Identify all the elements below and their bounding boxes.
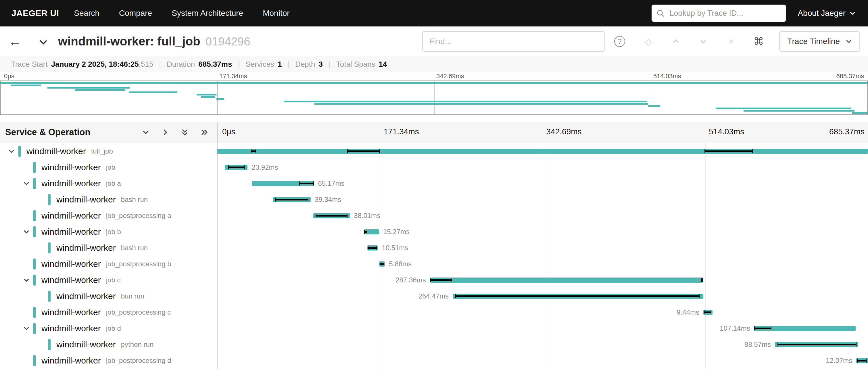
span-service-name: windmill-worker [56, 195, 116, 204]
prev-match-chevron-up-icon[interactable] [662, 38, 689, 45]
span-name-cell[interactable]: windmill-workerjob d [0, 320, 217, 337]
clear-find-x-icon[interactable]: × [717, 36, 745, 47]
collapse-all-double-chevron-down-icon[interactable] [181, 129, 188, 136]
summary-value: 3 [319, 60, 323, 69]
span-color-bar [48, 194, 51, 205]
minimap-span [284, 100, 647, 103]
span-color-bar [48, 339, 51, 350]
span-operation-name: job b [106, 228, 121, 236]
span-name-cell[interactable]: windmill-workerpython run [0, 337, 217, 352]
span-bar-cell[interactable]: 15.27ms [217, 224, 868, 240]
span-bar-cell[interactable]: 10.51ms [217, 240, 868, 256]
timeline-minimap[interactable] [0, 81, 868, 115]
trace-id-search-input[interactable] [668, 8, 781, 19]
span-name-cell[interactable]: windmill-workerbash run [0, 240, 217, 256]
span-collapse-chevron-icon[interactable] [20, 180, 33, 186]
expand-all-double-chevron-right-icon[interactable] [201, 129, 208, 136]
focus-matches-icon[interactable]: ◇ [634, 36, 662, 47]
span-bar-cell[interactable] [217, 143, 868, 159]
summary-value-suffix: .515 [139, 60, 153, 69]
span-name-cell[interactable]: windmill-workerfull_job [0, 143, 217, 159]
span-bar[interactable] [252, 181, 314, 186]
span-collapse-chevron-icon[interactable] [20, 229, 33, 235]
span-name-cell[interactable]: windmill-workerjob [0, 159, 217, 175]
span-bar-cell[interactable]: 23.92ms [217, 159, 868, 175]
span-service-name: windmill-worker [41, 227, 101, 237]
span-color-bar [33, 275, 36, 286]
span-name-cell[interactable]: windmill-workerjob_postprocessing b [0, 256, 217, 272]
keyboard-shortcuts-icon[interactable]: ⌘ [745, 35, 772, 48]
span-name-cell[interactable]: windmill-workerjob_postprocessing c [0, 304, 217, 320]
span-service-name: windmill-worker [41, 323, 101, 333]
span-bar-cell[interactable]: 9.44ms [217, 304, 868, 320]
span-service-name: windmill-worker [41, 179, 101, 189]
span-row: windmill-workerjob b15.27ms [0, 224, 868, 240]
nav-item-compare[interactable]: Compare [119, 9, 152, 18]
trace-header-chevron-icon[interactable] [39, 37, 48, 48]
span-operation-name: job_postprocessing d [106, 356, 171, 365]
span-bar-cell[interactable]: 12.07ms [217, 352, 868, 369]
span-collapse-chevron-icon[interactable] [5, 148, 19, 154]
span-bar[interactable] [453, 294, 703, 299]
trace-id-search[interactable] [652, 5, 786, 22]
separator: | [159, 60, 161, 69]
span-bar-cell[interactable]: 287.36ms [217, 272, 868, 288]
trace-view-selector[interactable]: Trace Timeline [779, 31, 860, 52]
span-bar[interactable] [367, 245, 378, 251]
span-row: windmill-workerjob_postprocessing c9.44m… [0, 304, 868, 320]
span-name-cell[interactable]: windmill-workerjob_postprocessing d [0, 352, 217, 369]
span-bar[interactable] [313, 213, 350, 218]
next-match-chevron-down-icon[interactable] [689, 38, 717, 45]
span-bar[interactable] [754, 326, 856, 331]
span-bar-cell[interactable]: 107.14ms [217, 320, 868, 337]
collapse-one-chevron-down-icon[interactable] [142, 129, 149, 136]
minimap-span [216, 98, 224, 100]
span-name-cell[interactable]: windmill-workerbun run [0, 288, 217, 304]
span-name-cell[interactable]: windmill-workerjob c [0, 272, 217, 288]
nav-item-search[interactable]: Search [74, 9, 99, 18]
span-name-cell[interactable]: windmill-workerbash run [0, 192, 217, 208]
span-bar-cell[interactable]: 88.57ms [217, 337, 868, 352]
span-bar[interactable] [775, 342, 858, 347]
span-row: windmill-workerjob_postprocessing b5.88m… [0, 256, 868, 272]
back-button[interactable]: ← [0, 34, 30, 49]
span-bar[interactable] [225, 165, 247, 170]
find-input[interactable] [422, 31, 605, 52]
about-jaeger-menu[interactable]: About Jaeger [798, 9, 855, 18]
critical-path-segment [364, 231, 367, 233]
span-name-cell[interactable]: windmill-workerjob_postprocessing a [0, 208, 217, 224]
span-row: windmill-workerjob d107.14ms [0, 320, 868, 337]
span-bar[interactable] [364, 229, 379, 234]
span-operation-name: job [106, 163, 115, 171]
span-bar[interactable] [703, 310, 713, 315]
critical-path-segment [380, 263, 384, 265]
span-name-cell[interactable]: windmill-workerjob b [0, 224, 217, 240]
help-icon[interactable]: ? [614, 36, 625, 47]
span-duration-label: 5.88ms [389, 260, 411, 268]
span-operation-name: job_postprocessing b [106, 260, 171, 268]
span-bar[interactable] [430, 278, 703, 283]
timeline-header: Service & Operation 0μs171.34ms342.69ms5… [0, 122, 868, 143]
minimap-gridline [217, 81, 218, 114]
span-name-cell[interactable]: windmill-workerjob a [0, 175, 217, 192]
span-duration-label: 65.17ms [318, 179, 344, 188]
span-bar[interactable] [273, 197, 311, 202]
expand-one-chevron-right-icon[interactable] [162, 129, 169, 136]
about-jaeger-label: About Jaeger [798, 9, 845, 18]
app-logo[interactable]: JAEGER UI [0, 8, 74, 18]
timeline-ruler: 0μs171.34ms342.69ms514.03ms685.37ms [217, 122, 868, 143]
minimap-span [744, 110, 855, 112]
span-bar[interactable] [379, 261, 385, 267]
nav-item-system-architecture[interactable]: System Architecture [172, 9, 243, 18]
span-bar[interactable] [217, 149, 868, 154]
critical-path-segment [228, 167, 245, 168]
span-bar-cell[interactable]: 38.01ms [217, 208, 868, 224]
span-collapse-chevron-icon[interactable] [20, 277, 33, 283]
span-bar[interactable] [856, 358, 868, 363]
span-bar-cell[interactable]: 65.17ms [217, 175, 868, 192]
span-bar-cell[interactable]: 264.47ms [217, 288, 868, 304]
nav-item-monitor[interactable]: Monitor [263, 9, 289, 18]
span-bar-cell[interactable]: 5.88ms [217, 256, 868, 272]
span-collapse-chevron-icon[interactable] [20, 325, 33, 331]
span-bar-cell[interactable]: 39.34ms [217, 192, 868, 208]
